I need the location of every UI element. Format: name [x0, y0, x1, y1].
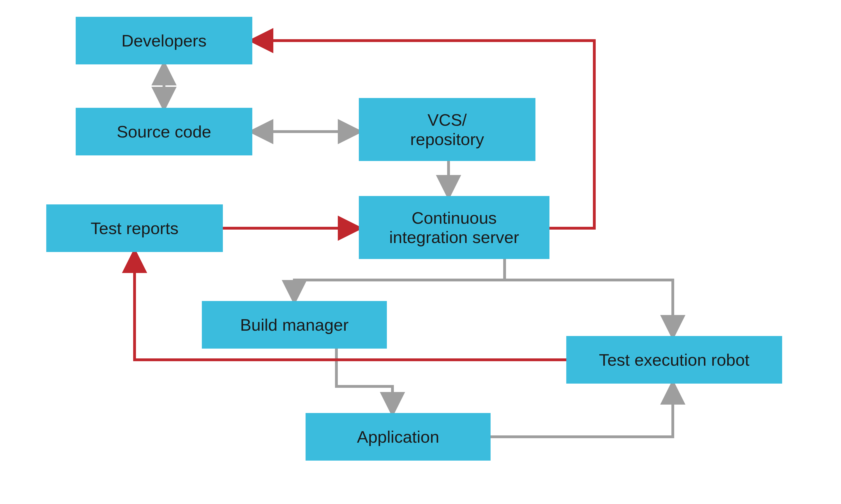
- node-test-execution-robot: Test execution robot: [566, 336, 782, 383]
- node-label: Test execution robot: [599, 350, 750, 370]
- diagram-canvas: Developers Source code VCS/repository Te…: [0, 0, 841, 504]
- node-label: Application: [357, 427, 439, 447]
- node-vcs-repository: VCS/repository: [359, 98, 535, 161]
- node-ci-server: Continuousintegration server: [359, 196, 549, 259]
- connector-app-robot: [491, 383, 673, 437]
- node-developers: Developers: [76, 17, 252, 65]
- connector-ci-build: [294, 259, 504, 301]
- node-label: Continuousintegration server: [389, 208, 519, 247]
- node-application: Application: [306, 413, 491, 461]
- node-label: Test reports: [90, 219, 178, 238]
- node-label: Build manager: [240, 315, 349, 335]
- node-label: Source code: [117, 122, 211, 141]
- connector-build-app: [337, 348, 393, 413]
- node-build-manager: Build manager: [202, 301, 387, 348]
- node-source-code: Source code: [76, 108, 252, 156]
- node-label: VCS/repository: [410, 110, 484, 149]
- connector-ci-robot: [504, 259, 673, 336]
- node-label: Developers: [121, 31, 207, 50]
- node-test-reports: Test reports: [46, 204, 223, 252]
